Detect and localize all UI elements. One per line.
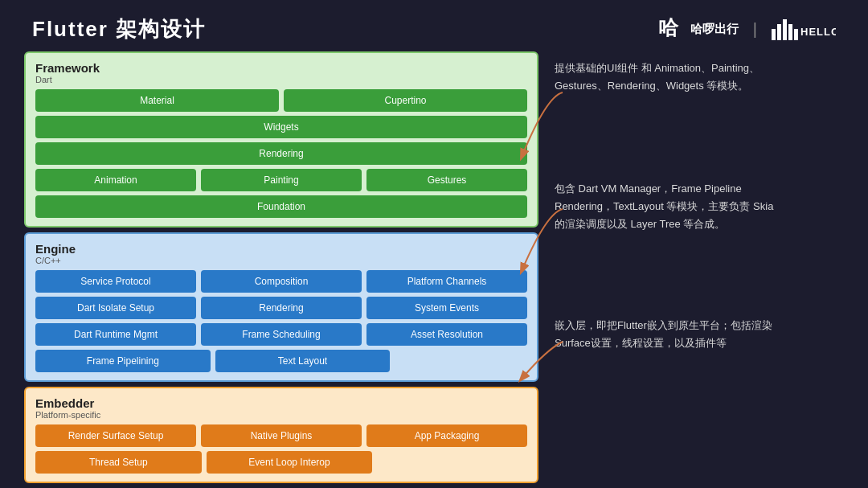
chip-text-layout: Text Layout (215, 350, 391, 372)
engine-row-1: Service Protocol Composition Platform Ch… (35, 270, 527, 293)
framework-sub: Dart (35, 75, 527, 84)
page: Flutter 架构设计 哈 哈啰出行 | (0, 0, 868, 488)
engine-header: Engine C/C++ (35, 242, 527, 265)
main-content: Framework Dart Material Cupertino Widget… (0, 51, 868, 470)
framework-row-4: Animation Painting Gestures (35, 169, 527, 191)
header: Flutter 架构设计 哈 哈啰出行 | (0, 0, 868, 51)
logo-area: 哈 哈啰出行 | HELLO TECH (657, 14, 836, 43)
engine-grid: Service Protocol Composition Platform Ch… (35, 270, 527, 372)
annotations-area: 提供基础的UI组件 和 Animation、Painting、Gestures、… (538, 51, 844, 470)
chip-frame-pipelining: Frame Pipelining (35, 350, 211, 372)
framework-layer: Framework Dart Material Cupertino Widget… (24, 51, 538, 228)
chip-service-protocol: Service Protocol (35, 270, 196, 293)
heluo-icon: 哈 (657, 14, 686, 43)
chip-cupertino: Cupertino (284, 89, 527, 112)
engine-sub: C/C++ (35, 256, 527, 265)
annotation-engine: 包含 Dart VM Manager，Frame Pipeline Render… (555, 180, 780, 233)
framework-grid: Material Cupertino Widgets Rendering Ani… (35, 89, 527, 218)
chip-rendering-eng: Rendering (201, 297, 362, 319)
logo-divider: | (753, 20, 757, 39)
embedder-header: Embedder Platform-specific (35, 396, 527, 420)
framework-row-5: Foundation (35, 195, 527, 218)
svg-rect-2 (772, 29, 776, 40)
annotation-embedder: 嵌入层，即把Flutter嵌入到原生平台；包括渲染Surface设置，线程设置，… (555, 317, 780, 352)
svg-text:HELLO: HELLO (800, 26, 836, 38)
chip-painting: Painting (201, 169, 362, 191)
engine-row-2: Dart Isolate Setup Rendering System Even… (35, 297, 527, 319)
chip-thread-setup: Thread Setup (35, 451, 202, 474)
chip-asset-resolution: Asset Resolution (366, 323, 527, 346)
svg-rect-3 (777, 24, 781, 40)
chip-animation: Animation (35, 169, 196, 191)
annotation-framework: 提供基础的UI组件 和 Animation、Painting、Gestures、… (555, 59, 780, 95)
chip-frame-scheduling: Frame Scheduling (201, 323, 362, 346)
framework-row-2: Widgets (35, 116, 527, 138)
chip-composition: Composition (201, 270, 362, 293)
embedder-sub: Platform-specific (35, 410, 527, 420)
chip-platform-channels: Platform Channels (366, 270, 527, 293)
svg-rect-4 (783, 19, 787, 40)
framework-title: Framework (35, 61, 527, 75)
chip-dart-isolate-setup: Dart Isolate Setup (35, 297, 196, 319)
architecture-diagram: Framework Dart Material Cupertino Widget… (24, 51, 538, 483)
svg-text:TECH: TECH (800, 39, 824, 40)
chip-render-surface-setup: Render Surface Setup (35, 424, 196, 447)
logo-hellotech: HELLO TECH (772, 18, 836, 40)
embedder-layer: Embedder Platform-specific Render Surfac… (24, 387, 538, 483)
chip-native-plugins: Native Plugins (201, 424, 362, 447)
chip-gestures: Gestures (366, 169, 527, 191)
chip-material: Material (35, 89, 279, 112)
engine-row-4: Frame Pipelining Text Layout (35, 350, 527, 372)
svg-rect-5 (788, 24, 792, 40)
chip-system-events: System Events (366, 297, 527, 319)
chip-event-loop-interop: Event Loop Interop (207, 451, 373, 474)
embedder-row-1: Render Surface Setup Native Plugins App … (35, 424, 527, 447)
chip-rendering-fw: Rendering (35, 142, 527, 165)
embedder-title: Embedder (35, 396, 527, 410)
svg-text:哈: 哈 (658, 16, 679, 39)
embedder-grid: Render Surface Setup Native Plugins App … (35, 424, 527, 474)
hellotech-icon: HELLO TECH (772, 18, 836, 40)
embedder-row-2: Thread Setup Event Loop Interop (35, 451, 527, 474)
engine-layer: Engine C/C++ Service Protocol Compositio… (24, 232, 538, 382)
framework-row-3: Rendering (35, 142, 527, 165)
page-title: Flutter 架构设计 (32, 15, 206, 43)
logo-heluo: 哈 哈啰出行 (657, 14, 739, 43)
svg-rect-6 (794, 29, 798, 40)
engine-row-3: Dart Runtime Mgmt Frame Scheduling Asset… (35, 323, 527, 346)
chip-dart-runtime-mgmt: Dart Runtime Mgmt (35, 323, 196, 346)
framework-row-1: Material Cupertino (35, 89, 527, 112)
chip-app-packaging: App Packaging (366, 424, 527, 447)
framework-header: Framework Dart (35, 61, 527, 84)
engine-title: Engine (35, 242, 527, 256)
chip-widgets: Widgets (35, 116, 527, 138)
chip-foundation: Foundation (35, 195, 527, 218)
